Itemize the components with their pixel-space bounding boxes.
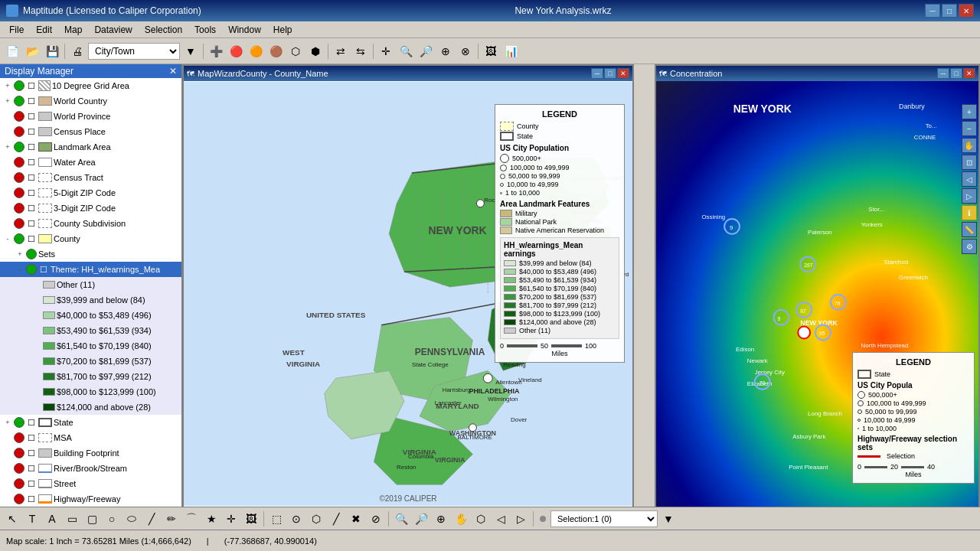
vis-toggle-hw[interactable]: [14, 494, 24, 504]
vis-toggle-wa[interactable]: [14, 157, 24, 168]
tool7[interactable]: ⇆: [351, 42, 370, 60]
zoom-in-icon[interactable]: +: [962, 104, 977, 119]
add-layer-button[interactable]: ➕: [207, 42, 225, 60]
expand-icon-rv[interactable]: [3, 464, 12, 473]
pan-icon[interactable]: ✋: [962, 138, 977, 153]
layer-c70200[interactable]: $70,200 to $81,699 (537): [0, 354, 181, 369]
open-button[interactable]: 📂: [23, 42, 41, 60]
layer-water[interactable]: ☐ Water Area: [0, 155, 181, 170]
zoom-out-btn[interactable]: 🔎: [412, 510, 430, 528]
menu-edit[interactable]: Edit: [30, 23, 58, 37]
layer-zip5[interactable]: ☐ 5-Digit ZIP Code: [0, 185, 181, 201]
layer-landmark[interactable]: + ☐ Landmark Area: [0, 139, 181, 155]
map-close-button[interactable]: ✕: [617, 68, 629, 79]
right-max-button[interactable]: □: [950, 68, 962, 79]
vis-toggle-th[interactable]: [26, 264, 37, 275]
expand-icon-wp[interactable]: [3, 112, 12, 121]
info-icon[interactable]: ℹ: [962, 205, 977, 220]
vis-toggle-msa[interactable]: [14, 432, 24, 443]
expand-icon-bf[interactable]: [3, 448, 12, 458]
vis-toggle-bf[interactable]: [14, 448, 24, 458]
layer-highway[interactable]: ☐ Highway/Freeway: [0, 491, 181, 507]
menu-dataview[interactable]: Dataview: [88, 23, 138, 37]
layer-c53490[interactable]: $53,490 to $61,539 (934): [0, 323, 181, 338]
layer-c98000[interactable]: $98,000 to $123,999 (100): [0, 384, 181, 399]
vis-toggle-sets[interactable]: [26, 249, 37, 259]
vis-toggle-co[interactable]: [14, 233, 24, 244]
menu-map[interactable]: Map: [58, 23, 88, 37]
polyline-tool[interactable]: ╱: [142, 510, 161, 528]
dropdown-arrow[interactable]: ▼: [181, 42, 200, 60]
layer-grid[interactable]: + ☐ 10 Degree Grid Area: [0, 78, 181, 93]
menu-tools[interactable]: Tools: [188, 23, 222, 37]
settings-icon[interactable]: ⚙: [962, 239, 977, 254]
layer-zip3[interactable]: ☐ 3-Digit ZIP Code: [0, 201, 181, 216]
layer-sets[interactable]: + Sets: [0, 246, 181, 262]
vis-toggle-z3[interactable]: [14, 203, 24, 214]
map-canvas-main[interactable]: Rochester Syracuse Utica Binghamton NEW …: [184, 81, 632, 507]
print-button[interactable]: 🖼: [482, 42, 500, 60]
expand-icon-th[interactable]: -: [15, 265, 24, 274]
tool3[interactable]: 🟤: [266, 42, 285, 60]
invert-select[interactable]: ⊘: [367, 510, 385, 528]
vis-toggle-cs[interactable]: [14, 218, 24, 229]
expand-icon-ct[interactable]: [3, 173, 12, 182]
rect-tool[interactable]: ▭: [63, 510, 81, 528]
layer-dropdown[interactable]: City/Town: [88, 43, 180, 60]
zoom4[interactable]: ⊗: [456, 42, 475, 60]
maximize-button[interactable]: □: [942, 4, 957, 18]
zoom2[interactable]: 🔎: [416, 42, 435, 60]
pen-tool[interactable]: ✏: [162, 510, 181, 528]
map-max-button[interactable]: □: [604, 68, 616, 79]
vis-toggle-la[interactable]: [14, 142, 24, 152]
panel-close-button[interactable]: ✕: [169, 66, 177, 77]
zoom-extent[interactable]: ⬡: [472, 510, 490, 528]
vis-toggle-rv[interactable]: [14, 463, 24, 474]
select-arrow-tool[interactable]: ↖: [3, 510, 21, 528]
zoom-out-icon[interactable]: −: [962, 121, 977, 136]
zoom-select[interactable]: ⊕: [432, 510, 450, 528]
layer-other11[interactable]: Other (11): [0, 277, 181, 292]
close-button[interactable]: ✕: [959, 4, 974, 18]
forward-icon[interactable]: ▷: [962, 188, 977, 204]
select-by-box[interactable]: ⬚: [267, 510, 286, 528]
expand-icon-msa[interactable]: [3, 433, 12, 442]
expand-icon-sr[interactable]: [3, 479, 12, 488]
layer-river[interactable]: ☐ River/Brook/Stream: [0, 461, 181, 476]
ellipse-tool[interactable]: ⬭: [122, 510, 141, 528]
tool2[interactable]: 🟠: [247, 42, 265, 60]
layer-county-sub[interactable]: ☐ County Subdivision: [0, 216, 181, 231]
measure-icon[interactable]: 📏: [962, 222, 977, 237]
layer-world-province[interactable]: ☐ World Province: [0, 109, 181, 124]
select-tool[interactable]: ✛: [377, 42, 395, 60]
vis-toggle-cp[interactable]: [14, 126, 24, 137]
layer-building[interactable]: ☐ Building Footprint: [0, 445, 181, 461]
layer-world-country[interactable]: + ☐ World Country: [0, 93, 181, 109]
vis-toggle-wc[interactable]: [14, 96, 24, 106]
layer-census-place[interactable]: ☐ Census Place: [0, 124, 181, 139]
expand-icon-la[interactable]: +: [3, 142, 12, 152]
expand-icon-z3[interactable]: [3, 204, 12, 213]
circle-tool[interactable]: ○: [103, 510, 121, 528]
layer-street[interactable]: ☐ Street: [0, 476, 181, 491]
expand-icon-sets[interactable]: +: [15, 249, 24, 259]
expand-icon[interactable]: +: [3, 81, 12, 90]
layer-census-tract[interactable]: ☐ Census Tract: [0, 170, 181, 185]
move-tool[interactable]: ✛: [222, 510, 240, 528]
image-tool[interactable]: 🖼: [242, 510, 260, 528]
zoom-in-btn[interactable]: 🔍: [392, 510, 410, 528]
rounded-rect-tool[interactable]: ▢: [83, 510, 101, 528]
select-by-poly[interactable]: ⬡: [307, 510, 325, 528]
menu-file[interactable]: File: [3, 23, 30, 37]
layer-c61540[interactable]: $61,540 to $70,199 (840): [0, 338, 181, 354]
selection-expand[interactable]: ▼: [659, 510, 678, 528]
zoom-prev[interactable]: ◁: [492, 510, 510, 528]
expand-icon-cs[interactable]: [3, 219, 12, 228]
back-icon[interactable]: ◁: [962, 171, 977, 187]
menu-window[interactable]: Window: [222, 23, 267, 37]
right-min-button[interactable]: ─: [937, 68, 949, 79]
expand-icon-z5[interactable]: [3, 188, 12, 197]
layer-county[interactable]: - ☐ County: [0, 231, 181, 246]
selection-dropdown[interactable]: Selection:1 (0): [550, 510, 658, 527]
vis-toggle-wp[interactable]: [14, 111, 24, 122]
